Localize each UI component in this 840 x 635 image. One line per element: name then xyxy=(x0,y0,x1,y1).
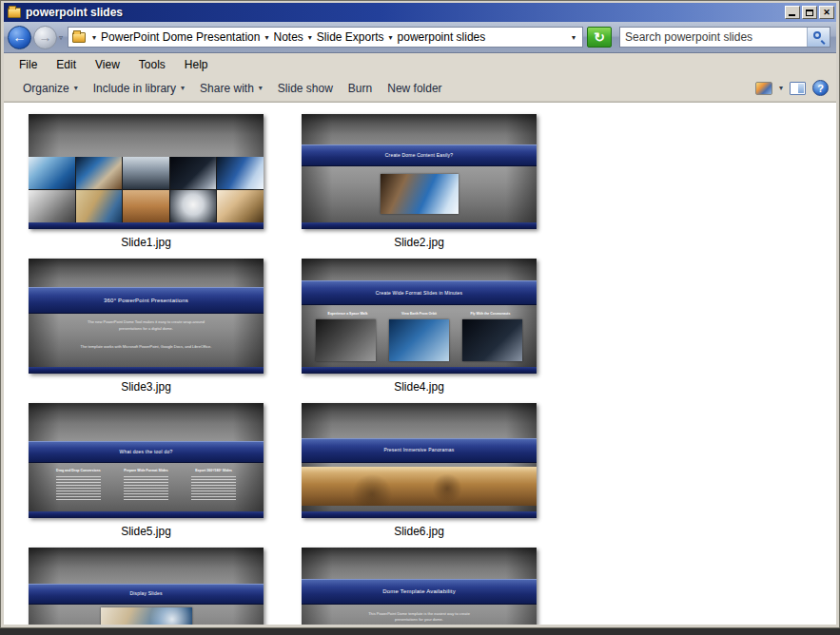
desktop-edge xyxy=(0,628,840,635)
slide-bottom-bar xyxy=(302,367,537,374)
slide7-photo xyxy=(101,607,192,625)
search-box xyxy=(619,27,830,48)
file-name: Slide4.jpg xyxy=(302,380,537,394)
breadcrumb-item[interactable]: Notes xyxy=(271,30,304,44)
chevron-down-icon: ▾ xyxy=(259,84,263,92)
slide4-photos xyxy=(316,319,522,361)
help-icon[interactable]: ? xyxy=(812,80,829,96)
change-view-dropdown[interactable]: ▾ xyxy=(779,84,783,92)
breadcrumb-chevron[interactable]: ▾ xyxy=(262,33,271,42)
slide6-mars-panorama xyxy=(302,467,537,506)
slide6-thumbnail: Present Immersive Panoramas xyxy=(302,403,537,518)
file-item-slide7[interactable]: Display Slides Slide7.jpg xyxy=(29,548,264,625)
collage-photo xyxy=(170,157,217,189)
forward-button[interactable]: → xyxy=(33,26,57,49)
slide5-column-heading: Export 360°/180° Slides xyxy=(187,469,240,473)
refresh-icon: ↻ xyxy=(594,29,605,45)
slide-bottom-bar xyxy=(302,222,537,229)
slide-bottom-bar xyxy=(29,222,264,229)
slide4-caption: Fly With the Cosmonauts xyxy=(459,312,522,316)
file-item-slide3[interactable]: 360° PowerPoint Presentations The new Po… xyxy=(29,259,264,394)
minimize-button[interactable] xyxy=(785,6,800,19)
slide3-paragraph: The new PowerPoint Dome Tool makes it ea… xyxy=(80,319,211,332)
window-folder-icon xyxy=(8,8,21,18)
slide-show-button[interactable]: Slide show xyxy=(270,79,341,98)
share-with-button[interactable]: Share with ▾ xyxy=(192,79,270,98)
back-button[interactable]: ← xyxy=(8,26,31,49)
close-button[interactable]: ✕ xyxy=(819,6,834,19)
recent-pages-dropdown[interactable]: ▿ xyxy=(59,33,63,42)
slide4-caption: Experience a Space Walk xyxy=(316,312,380,316)
slide4-title: Create Wide Format Slides in Minutes xyxy=(302,281,537,304)
include-in-library-button[interactable]: Include in library ▾ xyxy=(86,79,192,98)
maximize-button[interactable] xyxy=(802,6,817,19)
menu-file[interactable]: File xyxy=(10,56,47,73)
titlebar: powerpoint slides ✕ xyxy=(4,3,836,22)
slide5-column-text xyxy=(191,476,235,501)
slide2-photo xyxy=(381,174,459,214)
slide-show-label: Slide show xyxy=(278,82,333,95)
file-list: Slide1.jpg Create Dome Content Easily? S… xyxy=(4,102,836,625)
slide4-photo xyxy=(389,319,449,361)
file-item-slide5[interactable]: What does the tool do? Drag and Drop Con… xyxy=(29,403,264,538)
collage-photo xyxy=(29,190,75,222)
minimize-icon xyxy=(789,14,795,16)
search-icon xyxy=(813,31,821,39)
burn-button[interactable]: Burn xyxy=(341,79,380,98)
breadcrumb-root-chevron[interactable]: ▾ xyxy=(89,33,99,42)
slide4-thumbnail: Create Wide Format Slides in Minutes Exp… xyxy=(302,259,537,374)
include-in-library-label: Include in library xyxy=(93,82,176,95)
search-button[interactable] xyxy=(807,28,830,47)
slide5-column-text xyxy=(124,476,167,501)
file-item-slide6[interactable]: Present Immersive Panoramas Slide6.jpg xyxy=(302,403,537,538)
slide1-thumbnail xyxy=(29,114,264,229)
breadcrumb-item[interactable]: powerpoint slides xyxy=(396,30,488,44)
new-folder-button[interactable]: New folder xyxy=(380,79,449,98)
menu-view[interactable]: View xyxy=(86,56,129,73)
collage-photo xyxy=(217,157,264,189)
breadcrumb-chevron[interactable]: ▾ xyxy=(386,33,396,42)
slide5-thumbnail: What does the tool do? Drag and Drop Con… xyxy=(29,403,264,518)
refresh-button[interactable]: ↻ xyxy=(587,27,612,48)
menu-help[interactable]: Help xyxy=(175,56,218,73)
slide3-thumbnail: 360° PowerPoint Presentations The new Po… xyxy=(29,259,264,374)
slide2-thumbnail: Create Dome Content Easily? xyxy=(302,114,537,229)
file-name: Slide3.jpg xyxy=(29,380,264,394)
collage-photo xyxy=(29,157,75,189)
menu-edit[interactable]: Edit xyxy=(47,56,86,73)
slide5-column-heading: Drag and Drop Conversions xyxy=(52,469,105,473)
slide3-paragraph: The template works with Microsoft PowerP… xyxy=(80,344,211,350)
breadcrumb-chevron[interactable]: ▾ xyxy=(305,33,315,42)
command-toolbar: Organize ▾ Include in library ▾ Share wi… xyxy=(4,75,836,102)
slide5-title: What does the tool do? xyxy=(29,442,264,462)
collage-photo xyxy=(76,190,123,222)
file-name: Slide5.jpg xyxy=(29,525,264,538)
file-item-slide1[interactable]: Slide1.jpg xyxy=(29,114,264,249)
breadcrumb-item[interactable]: Slide Exports xyxy=(315,30,386,44)
new-folder-label: New folder xyxy=(387,82,441,95)
file-name: Slide2.jpg xyxy=(302,236,537,249)
organize-button[interactable]: Organize ▾ xyxy=(15,79,86,98)
change-view-icon[interactable] xyxy=(755,82,772,95)
address-history-dropdown[interactable]: ▾ xyxy=(569,33,578,42)
maximize-icon xyxy=(806,10,813,16)
search-input[interactable] xyxy=(620,30,807,44)
slide7-thumbnail: Display Slides xyxy=(29,548,264,625)
menu-tools[interactable]: Tools xyxy=(129,56,175,73)
address-bar[interactable]: ▾ PowerPoint Dome Presentation ▾ Notes ▾… xyxy=(68,27,583,48)
slide3-title: 360° PowerPoint Presentations xyxy=(29,288,264,312)
menu-bar: File Edit View Tools Help xyxy=(4,53,836,75)
slide6-title: Present Immersive Panoramas xyxy=(302,439,537,462)
preview-pane-icon[interactable] xyxy=(790,82,806,95)
burn-label: Burn xyxy=(348,82,372,95)
slide-bottom-bar xyxy=(29,367,264,374)
slide5-column-text xyxy=(56,476,100,501)
close-icon: ✕ xyxy=(823,9,830,17)
file-item-slide4[interactable]: Create Wide Format Slides in Minutes Exp… xyxy=(302,259,537,394)
slide4-photo xyxy=(316,319,376,361)
file-name: Slide6.jpg xyxy=(302,525,537,538)
chevron-down-icon: ▾ xyxy=(181,84,185,92)
file-item-slide8[interactable]: Dome Template Availability This PowerPoi… xyxy=(302,548,537,625)
file-item-slide2[interactable]: Create Dome Content Easily? Slide2.jpg xyxy=(302,114,537,249)
breadcrumb-item[interactable]: PowerPoint Dome Presentation xyxy=(99,30,262,44)
